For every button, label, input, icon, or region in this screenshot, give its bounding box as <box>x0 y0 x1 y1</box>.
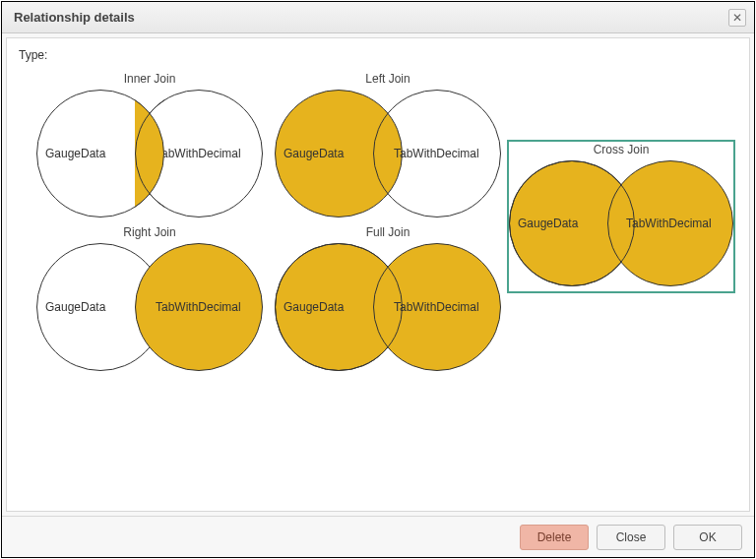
dialog-titlebar: Relationship details ✕ <box>2 2 754 33</box>
join-title: Cross Join <box>509 143 733 156</box>
join-title: Inner Join <box>36 72 263 86</box>
ok-button[interactable]: OK <box>673 525 742 550</box>
venn-right-circle: TabWithDecimal <box>135 243 263 371</box>
close-button[interactable]: Close <box>597 525 665 550</box>
join-option-right[interactable]: Right Join GaugeData TabWithDecimal <box>36 225 263 373</box>
right-table-label: TabWithDecimal <box>394 147 492 160</box>
delete-button[interactable]: Delete <box>520 525 589 550</box>
join-title: Right Join <box>36 225 263 239</box>
join-option-inner[interactable]: Inner Join GaugeData TabWithDecimal <box>36 72 263 219</box>
join-option-left[interactable]: Left Join GaugeData TabWithDecimal <box>275 72 501 219</box>
close-icon[interactable]: ✕ <box>728 9 746 27</box>
right-table-label: TabWithDecimal <box>156 300 254 314</box>
right-table-label: TabWithDecimal <box>394 300 492 314</box>
left-table-label: GaugeData <box>45 147 144 160</box>
join-title: Left Join <box>275 72 501 86</box>
join-option-full[interactable]: Full Join GaugeData TabWithDecimal <box>275 225 501 373</box>
relationship-details-dialog: Relationship details ✕ Type: Inner Join … <box>2 2 754 557</box>
join-title: Full Join <box>275 225 501 239</box>
type-label: Type: <box>19 48 47 62</box>
dialog-footer: Delete Close OK <box>2 516 754 557</box>
right-table-label: TabWithDecimal <box>156 147 254 160</box>
dialog-body: Type: Inner Join GaugeData TabWithDecima… <box>6 37 750 512</box>
left-table-label: GaugeData <box>284 147 382 160</box>
venn-right-circle: TabWithDecimal <box>373 90 501 217</box>
dialog-title: Relationship details <box>14 10 728 25</box>
left-table-label: GaugeData <box>45 300 144 314</box>
join-option-cross[interactable]: Cross Join GaugeData TabWithDecimal <box>509 143 733 290</box>
right-table-label: TabWithDecimal <box>626 217 724 230</box>
